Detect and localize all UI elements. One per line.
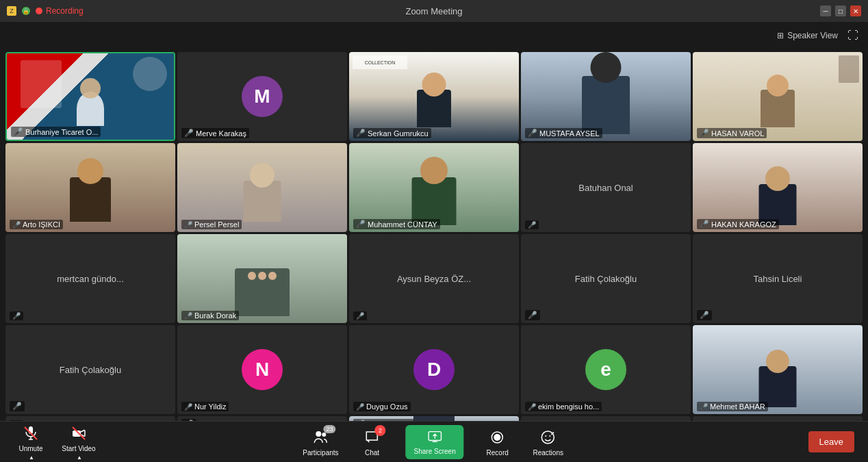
- top-bar: ⊞ Speaker View ⛶: [0, 22, 868, 49]
- record-icon: [488, 428, 507, 447]
- participant-tile: D 🎤 Duygu Ozus: [349, 325, 519, 414]
- participant-name: 🎤 Burak Dorak: [181, 311, 239, 320]
- share-screen-icon: [427, 429, 442, 446]
- record-button[interactable]: Record: [481, 428, 515, 457]
- mic-icon: 🎤: [14, 127, 23, 136]
- participants-grid: 🎤 Burhaniye Ticaret O... M 🎤 Merve Karak…: [0, 49, 868, 421]
- share-screen-label: Share Screen: [414, 448, 456, 455]
- svg-point-7: [322, 433, 326, 437]
- participant-tile: e 🎤 ekim bengisu ho...: [521, 325, 691, 414]
- mic-muted-icon: 🎤: [12, 221, 21, 229]
- participant-name: 🎤 HAKAN KARAGOZ: [697, 219, 779, 229]
- unmute-label: Unmute: [18, 445, 42, 452]
- participant-name: 🎤 Persel Persel: [181, 220, 242, 229]
- mic-icon: 🎤: [700, 220, 709, 229]
- participant-label: mertcan gündo...: [54, 271, 127, 287]
- participant-tile: 🎤 Persel Persel: [177, 143, 347, 232]
- mic-icon: 🎤: [700, 129, 709, 138]
- participant-name: 🎤 Duygu Ozus: [353, 402, 411, 411]
- bottom-toolbar: Unmute ▲ Start Video ▲: [0, 421, 868, 462]
- participant-tile: 🎤 HAKAN KARAGOZ: [693, 143, 863, 232]
- participant-tile: 🎤 Burak Dorak: [177, 234, 347, 323]
- chat-label: Chat: [365, 449, 379, 457]
- video-off-icon: [69, 424, 88, 443]
- mic-icon: 🎤: [528, 129, 537, 138]
- participant-tile-empty: [693, 416, 863, 421]
- unmute-button[interactable]: Unmute ▲: [14, 424, 48, 461]
- participant-name: 🎤: [10, 311, 23, 320]
- close-button[interactable]: ✕: [850, 5, 861, 16]
- video-caret[interactable]: ▲: [77, 454, 82, 461]
- participant-label: Batuhan Onal: [576, 180, 636, 196]
- mic-muted-icon: 🎤: [356, 403, 364, 411]
- participant-name: 🎤 Mehmet BAHAR: [697, 402, 768, 411]
- participant-tile: Fatih Çolakoğlu 🎤: [5, 325, 175, 414]
- participant-name: 🎤 Merve Karakaş: [181, 128, 249, 138]
- chat-badge: 2: [375, 425, 386, 436]
- mic-icon: 🎤: [528, 311, 537, 320]
- mic-icon: 🎤: [356, 129, 366, 138]
- participant-tile: Mustafa iPhone'u 🎤: [5, 416, 175, 421]
- participant-tile: mertcan gündo... 🎤: [5, 234, 175, 323]
- participant-name: 🎤 Burhaniye Ticaret O...: [11, 127, 101, 137]
- participant-tile: 🎤 Mehmet BAHAR: [693, 325, 863, 414]
- reactions-icon: [539, 428, 558, 447]
- rec-dot: [36, 8, 42, 14]
- participants-grid-wrapper: 🎤 Burhaniye Ticaret O... M 🎤 Merve Karak…: [0, 49, 868, 421]
- leave-button[interactable]: Leave: [808, 431, 854, 452]
- participant-label: Mustafa iPhone'u: [53, 416, 127, 421]
- participant-name: 🎤: [525, 310, 540, 320]
- record-label: Record: [487, 449, 509, 457]
- mic-off-icon: [21, 424, 40, 443]
- participant-label: Fatih Çolakoğlu: [572, 271, 639, 287]
- mic-muted-icon: 🎤: [12, 312, 21, 320]
- window-title: Zoom Meeting: [405, 6, 462, 16]
- participant-tile: 🎤 MUSTAFA AYSEL: [521, 52, 691, 141]
- participant-name: 🎤 Muhammet CÜNTAY: [353, 219, 440, 229]
- participant-tile: 🎤 Arto IŞIKCI: [5, 143, 175, 232]
- participant-tile: Aysun Beyza ÖZ... 🎤: [349, 234, 519, 323]
- participant-tile: 🎤 Muhammet CÜNTAY: [349, 143, 519, 232]
- share-screen-button[interactable]: Share Screen: [406, 425, 464, 459]
- bottom-toolbar-center: 23 Participants 2 Chat Sha: [303, 425, 565, 459]
- window-controls: ─ □ ✕: [820, 5, 861, 16]
- participant-tile: Fatih Çolakoğlu 🎤: [521, 234, 691, 323]
- speaker-view-button[interactable]: ⊞ Speaker View: [777, 31, 838, 40]
- mic-muted-icon: 🎤: [184, 403, 192, 411]
- participant-label: Tahsin Liceli: [751, 271, 805, 287]
- mic-icon: 🎤: [700, 311, 709, 320]
- participant-tile: Tahsin Liceli 🎤: [693, 234, 863, 323]
- participants-button[interactable]: 23 Participants: [303, 428, 338, 457]
- participant-tile-empty: [521, 416, 691, 421]
- mic-muted-icon: 🎤: [356, 312, 364, 320]
- fullscreen-button[interactable]: ⛶: [847, 29, 858, 42]
- title-bar: Z 🔒 Recording Zoom Meeting ─ □ ✕: [0, 0, 868, 22]
- participant-name: 🎤 ekim bengisu ho...: [525, 402, 602, 411]
- svg-point-6: [316, 431, 321, 437]
- top-bar-right: ⊞ Speaker View ⛶: [777, 29, 858, 42]
- mic-muted-icon: 🎤: [528, 403, 536, 411]
- avatar: N: [242, 349, 283, 390]
- participant-name: 🎤: [353, 311, 367, 320]
- chat-icon: 2: [363, 428, 382, 447]
- mic-icon: 🎤: [356, 220, 366, 229]
- speaker-view-label: Speaker View: [787, 31, 838, 40]
- zoom-icon: Z: [7, 6, 16, 16]
- participant-tile: 🎤 HASAN VAROL: [693, 52, 863, 141]
- svg-point-14: [553, 432, 554, 433]
- svg-point-12: [546, 435, 547, 437]
- bottom-toolbar-right: Leave: [808, 431, 854, 452]
- recording-badge: Recording: [36, 6, 84, 16]
- participant-name: 🎤 MUSTAFA AYSEL: [525, 128, 602, 138]
- participants-label: Participants: [303, 449, 338, 457]
- avatar: D: [413, 349, 455, 390]
- bottom-toolbar-left: Unmute ▲ Start Video ▲: [14, 424, 96, 461]
- reactions-button[interactable]: Reactions: [531, 428, 565, 457]
- unmute-caret[interactable]: ▲: [29, 454, 34, 461]
- start-video-button[interactable]: Start Video ▲: [62, 424, 96, 461]
- mic-muted-icon: 🎤: [184, 312, 192, 320]
- maximize-button[interactable]: □: [835, 5, 846, 16]
- minimize-button[interactable]: ─: [820, 5, 831, 16]
- participant-tile: M 🎤 Merve Karakaş: [177, 52, 347, 141]
- chat-button[interactable]: 2 Chat: [355, 428, 390, 457]
